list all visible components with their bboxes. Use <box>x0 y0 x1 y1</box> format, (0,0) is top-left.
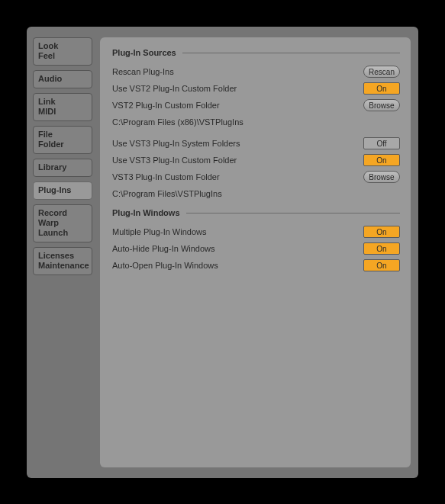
button-text: Browse <box>369 101 394 110</box>
tab-label: RecordWarpLaunch <box>38 208 68 237</box>
vst3-folder-label: VST3 Plug-In Custom Folder <box>112 172 363 181</box>
tab-label: LicensesMaintenance <box>38 251 89 270</box>
tab-label: Plug-Ins <box>38 185 71 194</box>
row-autoopen-windows: Auto-Open Plug-In Windows On <box>112 258 400 272</box>
row-autohide-windows: Auto-Hide Plug-In Windows On <box>112 242 400 255</box>
autoopen-windows-label: Auto-Open Plug-In Windows <box>112 261 363 270</box>
toggle-text: On <box>376 228 386 236</box>
divider <box>182 53 400 53</box>
autohide-windows-label: Auto-Hide Plug-In Windows <box>112 244 363 253</box>
tab-library[interactable]: Library <box>33 159 92 177</box>
rescan-button[interactable]: Rescan <box>363 66 400 78</box>
use-vst3-custom-label: Use VST3 Plug-In Custom Folder <box>112 156 363 165</box>
tab-licenses-maintenance[interactable]: LicensesMaintenance <box>33 247 92 275</box>
vst2-folder-label: VST2 Plug-In Custom Folder <box>112 101 363 110</box>
sidebar: LookFeel Audio LinkMIDI FileFolder Libra… <box>27 27 97 478</box>
use-vst3-system-toggle[interactable]: Off <box>363 137 400 149</box>
button-text: Rescan <box>369 68 395 76</box>
section-title: Plug-In Windows <box>112 208 180 217</box>
section-header-windows: Plug-In Windows <box>112 208 400 217</box>
tab-plug-ins[interactable]: Plug-Ins <box>33 181 92 200</box>
tab-file-folder[interactable]: FileFolder <box>33 126 92 154</box>
section-header-sources: Plug-In Sources <box>112 48 400 57</box>
toggle-text: On <box>376 156 386 165</box>
layout: LookFeel Audio LinkMIDI FileFolder Libra… <box>27 27 418 478</box>
row-vst3-path: C:\Program Files\VSTPlugIns <box>112 187 400 201</box>
autohide-windows-toggle[interactable]: On <box>363 242 400 255</box>
button-text: Browse <box>369 173 394 181</box>
main-panel: Plug-In Sources Rescan Plug-Ins Rescan U… <box>100 37 411 467</box>
vst3-path: C:\Program Files\VSTPlugIns <box>112 189 222 198</box>
use-vst3-system-label: Use VST3 Plug-In System Folders <box>112 139 363 148</box>
row-vst2-path: C:\Program Files (x86)\VSTPlugIns <box>112 115 400 129</box>
toggle-text: Off <box>376 140 386 148</box>
tab-audio[interactable]: Audio <box>33 70 92 88</box>
multiple-windows-toggle[interactable]: On <box>363 226 400 238</box>
tab-link-midi[interactable]: LinkMIDI <box>33 93 92 121</box>
vst2-browse-button[interactable]: Browse <box>363 99 400 111</box>
toggle-text: On <box>376 245 386 253</box>
row-multiple-windows: Multiple Plug-In Windows On <box>112 225 400 239</box>
vst2-path: C:\Program Files (x86)\VSTPlugIns <box>112 117 243 127</box>
multiple-windows-label: Multiple Plug-In Windows <box>112 227 363 236</box>
tab-look-feel[interactable]: LookFeel <box>33 37 92 66</box>
toggle-text: On <box>376 85 386 93</box>
row-rescan: Rescan Plug-Ins Rescan <box>112 65 400 79</box>
tab-label: FileFolder <box>38 130 64 149</box>
autoopen-windows-toggle[interactable]: On <box>363 259 400 271</box>
row-use-vst2-custom: Use VST2 Plug-In Custom Folder On <box>112 82 400 95</box>
vst3-browse-button[interactable]: Browse <box>363 171 400 183</box>
row-vst3-folder: VST3 Plug-In Custom Folder Browse <box>112 170 400 184</box>
tab-label: Audio <box>38 74 62 83</box>
tab-label: LookFeel <box>38 41 58 60</box>
toggle-text: On <box>376 262 386 270</box>
row-use-vst3-custom: Use VST3 Plug-In Custom Folder On <box>112 153 400 167</box>
row-vst2-folder: VST2 Plug-In Custom Folder Browse <box>112 98 400 112</box>
preferences-window: LookFeel Audio LinkMIDI FileFolder Libra… <box>27 27 418 478</box>
tab-record-warp-launch[interactable]: RecordWarpLaunch <box>33 204 92 242</box>
use-vst2-custom-label: Use VST2 Plug-In Custom Folder <box>112 84 363 93</box>
rescan-label: Rescan Plug-Ins <box>112 67 363 76</box>
tab-label: LinkMIDI <box>38 97 56 116</box>
divider <box>186 213 401 213</box>
use-vst3-custom-toggle[interactable]: On <box>363 154 400 166</box>
section-title: Plug-In Sources <box>112 48 176 57</box>
tab-label: Library <box>38 162 66 172</box>
row-use-vst3-system: Use VST3 Plug-In System Folders Off <box>112 136 400 150</box>
use-vst2-custom-toggle[interactable]: On <box>363 82 400 95</box>
